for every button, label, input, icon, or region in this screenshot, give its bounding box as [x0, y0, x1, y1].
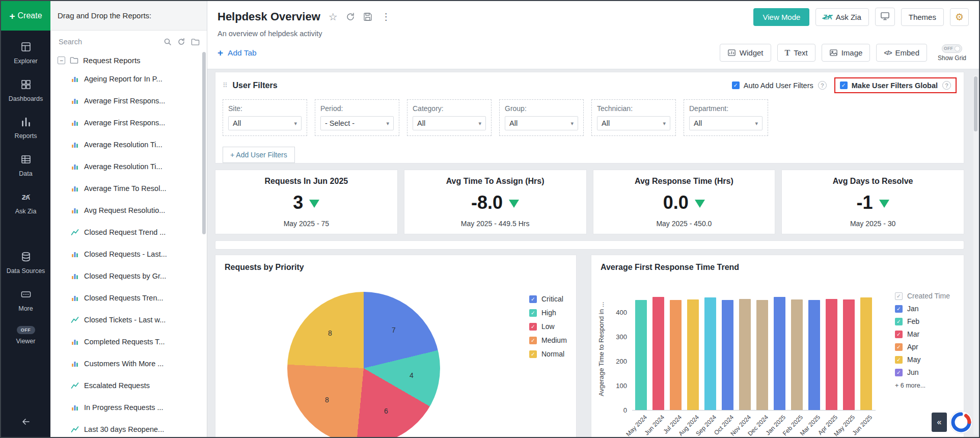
filter-select[interactable]: All ▾	[413, 116, 486, 130]
viewer-off-toggle[interactable]: OFF	[17, 326, 35, 334]
bar[interactable]	[652, 297, 664, 410]
legend-checkbox-icon[interactable]: ✓	[895, 356, 903, 364]
report-item[interactable]: Escalated Requests	[71, 374, 207, 396]
legend-checkbox-icon[interactable]: ✓	[895, 369, 903, 376]
report-item[interactable]: Average Resolution Ti...	[71, 133, 207, 155]
ask-zia-button[interactable]: ZA Ask Zia	[815, 8, 868, 26]
folder-row-request-reports[interactable]: − Request Reports	[50, 50, 207, 68]
legend-item[interactable]: ✓Normal	[529, 350, 567, 358]
bar[interactable]	[843, 299, 855, 410]
search-icon[interactable]	[164, 38, 172, 46]
report-item[interactable]: Customers With More ...	[71, 352, 207, 374]
help-icon[interactable]: ?	[942, 81, 951, 90]
legend-item[interactable]: ✓Feb	[895, 317, 950, 325]
legend-checkbox-icon[interactable]: ✓	[895, 331, 903, 338]
star-icon[interactable]: ☆	[329, 12, 338, 22]
bar[interactable]	[860, 297, 872, 410]
zoho-analytics-logo[interactable]	[949, 410, 973, 434]
bar[interactable]	[774, 297, 785, 410]
legend-checkbox-icon[interactable]: ✓	[529, 295, 537, 303]
rail-item-viewer[interactable]: OFFViewer	[1, 319, 50, 352]
create-button[interactable]: + Create	[1, 1, 50, 31]
bar[interactable]	[722, 300, 733, 410]
bar[interactable]	[791, 299, 803, 410]
widget-button[interactable]: Widget	[720, 44, 771, 62]
legend-item[interactable]: ✓Mar	[895, 330, 950, 338]
report-item[interactable]: Average Resolution Ti...	[71, 155, 207, 177]
view-mode-button[interactable]: View Mode	[753, 8, 809, 26]
kpi-card[interactable]: Avg Days to Resolve -1 May 2025 - 30	[782, 170, 964, 234]
add-tab-button[interactable]: + Add Tab	[217, 48, 257, 58]
checkbox-checked-icon[interactable]: ✓	[732, 81, 740, 89]
filter-select[interactable]: All ▾	[689, 116, 763, 130]
bar[interactable]	[687, 299, 699, 410]
bar[interactable]	[826, 299, 837, 410]
legend-item[interactable]: ✓High	[529, 309, 567, 317]
settings-button[interactable]: ⚙	[950, 8, 969, 26]
report-item[interactable]: Closed Tickets - Last w...	[71, 309, 207, 331]
legend-checkbox-icon[interactable]: ✓	[529, 337, 537, 344]
legend-more-link[interactable]: + 6 more...	[895, 382, 950, 389]
themes-button[interactable]: Themes	[901, 8, 944, 26]
present-button[interactable]	[875, 8, 895, 26]
make-user-filters-global-checkbox[interactable]: ✓ Make User Filters Global	[840, 81, 938, 90]
drag-handle-icon[interactable]: ⠿	[223, 81, 228, 89]
save-icon[interactable]	[363, 12, 372, 21]
folder-icon[interactable]	[191, 38, 200, 46]
kpi-card[interactable]: Avg Time To Assign (Hrs) -8.0 May 2025 -…	[404, 170, 586, 234]
report-item[interactable]: Completed Requests T...	[71, 331, 207, 352]
legend-checkbox-icon[interactable]: ✓	[529, 309, 537, 317]
collapse-rail-button[interactable]	[1, 409, 50, 437]
main-scrollbar[interactable]	[973, 75, 978, 435]
image-button[interactable]: Image	[822, 44, 870, 62]
legend-checkbox-icon[interactable]: ✓	[529, 323, 537, 331]
kpi-card[interactable]: Requests In Jun 2025 3 May 2025 - 75	[215, 170, 397, 234]
kebab-menu-icon[interactable]: ⋮	[380, 12, 392, 21]
legend-item[interactable]: ✓Critical	[529, 295, 567, 303]
legend-item[interactable]: ✓Jun	[895, 368, 950, 376]
rail-item-reports[interactable]: Reports	[1, 110, 50, 147]
report-item[interactable]: Closed Requests by Gr...	[71, 265, 207, 287]
add-user-filters-button[interactable]: + Add User Filters	[223, 147, 295, 163]
bar[interactable]	[635, 300, 647, 410]
report-item[interactable]: Average First Respons...	[71, 90, 207, 112]
report-item[interactable]: Ageing Report for In P...	[71, 68, 207, 90]
checkbox-checked-icon[interactable]: ✓	[840, 81, 848, 89]
legend-item[interactable]: ✓Medium	[529, 336, 567, 344]
text-button[interactable]: TText	[777, 44, 815, 62]
refresh-icon[interactable]	[177, 38, 185, 46]
rail-item-dashboards[interactable]: Dashboards	[1, 72, 50, 110]
legend-checkbox-icon[interactable]: ✓	[895, 305, 903, 313]
report-item[interactable]: In Progress Requests ...	[71, 396, 207, 418]
toggle-off-pill[interactable]: OFF	[942, 44, 962, 53]
report-item[interactable]: Average Time To Resol...	[71, 177, 207, 199]
refresh-icon[interactable]	[346, 12, 355, 21]
bar[interactable]	[704, 297, 716, 410]
collapse-minus-icon[interactable]: −	[58, 57, 65, 64]
report-item[interactable]: Closed Requests - Last...	[71, 243, 207, 265]
rail-item-data[interactable]: Data	[1, 147, 50, 185]
rail-item-data-sources[interactable]: Data Sources	[1, 244, 50, 282]
legend-item[interactable]: ✓May	[895, 355, 950, 364]
rail-item-ask-zia[interactable]: ZAAsk Zia	[1, 185, 50, 223]
legend-item-series[interactable]: ✓Created Time	[895, 292, 950, 300]
bar[interactable]	[756, 300, 768, 410]
embed-button[interactable]: </>Embed	[876, 44, 927, 62]
rail-item-explorer[interactable]: Explorer	[1, 35, 50, 72]
report-item[interactable]: Avg Request Resolutio...	[71, 199, 207, 221]
bar[interactable]	[808, 300, 820, 410]
legend-checkbox-icon[interactable]: ✓	[529, 350, 537, 358]
show-grid-toggle[interactable]: OFF Show Grid	[935, 44, 969, 62]
help-icon[interactable]: ?	[818, 81, 827, 90]
filter-select[interactable]: All ▾	[597, 116, 670, 130]
panel-scrollbar[interactable]	[202, 52, 206, 234]
legend-item[interactable]: ✓Apr	[895, 343, 950, 351]
legend-checkbox-icon[interactable]: ✓	[895, 292, 903, 300]
search-input[interactable]	[58, 37, 158, 46]
kpi-card[interactable]: Avg Response Time (Hrs) 0.0 May 2025 - 4…	[593, 170, 775, 234]
bar[interactable]	[739, 299, 751, 410]
rail-item-more[interactable]: More	[1, 282, 50, 320]
scrollbar-thumb[interactable]	[974, 76, 977, 131]
filter-select[interactable]: All ▾	[228, 116, 302, 130]
bar[interactable]	[670, 300, 682, 410]
